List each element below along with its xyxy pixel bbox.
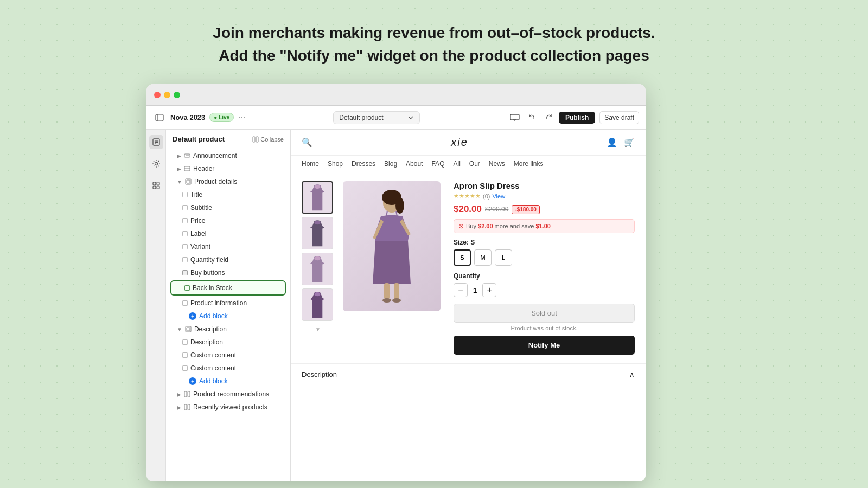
browser-window: Nova 2023 ● Live ··· Default product xyxy=(146,84,646,481)
svg-point-43 xyxy=(314,292,320,296)
svg-point-40 xyxy=(314,185,320,189)
panel-title: Default product xyxy=(173,135,225,143)
preview-panel: 🔍 xie 👤 🛒 Home Shop Dresses Blog About F… xyxy=(291,130,646,481)
save-draft-button[interactable]: Save draft xyxy=(599,111,639,124)
size-btn-l[interactable]: L xyxy=(495,249,512,266)
user-icon[interactable]: 👤 xyxy=(607,137,617,147)
menu-dresses[interactable]: Dresses xyxy=(352,160,375,168)
description-toggle-icon[interactable]: ∧ xyxy=(629,370,635,378)
svg-rect-37 xyxy=(188,391,190,397)
add-block-button-1[interactable]: + Add block xyxy=(166,310,290,323)
product-area: ▼ xyxy=(291,172,646,363)
sidebar-item-announcement[interactable]: ▶ Announcement xyxy=(166,149,290,162)
store-name: Nova 2023 xyxy=(170,113,205,121)
collapse-button[interactable]: Collapse xyxy=(252,136,284,143)
block-icon xyxy=(182,270,188,275)
expand-icon: ▶ xyxy=(177,166,181,172)
sidebar-item-buy-buttons[interactable]: Buy buttons xyxy=(166,266,290,279)
qty-increase-button[interactable]: + xyxy=(482,283,496,297)
svg-rect-38 xyxy=(184,404,187,410)
toolbar-menu-dots[interactable]: ··· xyxy=(238,113,245,123)
menu-shop[interactable]: Shop xyxy=(328,160,343,168)
live-badge: ● Live xyxy=(209,113,234,122)
view-link[interactable]: View xyxy=(492,193,505,200)
editor-toolbar: Nova 2023 ● Live ··· Default product xyxy=(146,106,646,130)
store-search-icon[interactable]: 🔍 xyxy=(302,137,312,147)
menu-about[interactable]: About xyxy=(406,160,423,168)
sidebar-item-product-details[interactable]: ▼ Product details xyxy=(166,175,290,188)
desktop-preview-icon[interactable] xyxy=(508,112,522,124)
description-block-icon xyxy=(185,326,192,332)
sidebar-item-variant[interactable]: Variant xyxy=(166,240,290,253)
out-of-stock-message: Product was out of stock. xyxy=(454,325,635,331)
sidebar-item-header[interactable]: ▶ Header xyxy=(166,162,290,175)
store-nav: 🔍 xie 👤 🛒 xyxy=(291,130,646,156)
sidebar-item-quantity[interactable]: Quantity field xyxy=(166,253,290,266)
description-section[interactable]: Description ∧ xyxy=(291,363,646,385)
svg-point-46 xyxy=(395,197,404,214)
error-icon: ⊗ xyxy=(458,222,464,230)
sidebar-icon-blocks[interactable] xyxy=(149,178,163,192)
menu-news[interactable]: News xyxy=(489,160,505,168)
traffic-light-red[interactable] xyxy=(154,92,161,98)
price-save-badge: -$180.00 xyxy=(512,205,539,214)
product-main-image xyxy=(343,181,441,311)
thumbnail-1[interactable] xyxy=(302,181,333,214)
menu-home[interactable]: Home xyxy=(302,160,319,168)
svg-point-42 xyxy=(314,256,320,260)
headline-line2: Add the "Notify me" widget on the produc… xyxy=(219,47,649,64)
store-logo: xie xyxy=(312,136,607,149)
menu-faq[interactable]: FAQ xyxy=(431,160,444,168)
header-block-icon xyxy=(184,165,190,172)
svg-point-52 xyxy=(392,298,401,303)
product-name: Apron Slip Dress xyxy=(454,181,635,190)
svg-rect-23 xyxy=(183,206,188,210)
sidebar-item-product-recommendations[interactable]: ▶ Product recommendations xyxy=(166,388,290,401)
sidebar-item-description-block[interactable]: Description xyxy=(166,336,290,349)
page-selector-label: Default product xyxy=(339,114,383,121)
menu-more-links[interactable]: More links xyxy=(514,160,544,168)
sidebar-icon-pages[interactable] xyxy=(149,135,163,149)
scroll-indicator: ▼ xyxy=(302,324,334,335)
thumbnail-4[interactable] xyxy=(302,288,333,321)
traffic-light-yellow[interactable] xyxy=(164,92,170,98)
add-block-button-2[interactable]: + Add block xyxy=(166,375,290,388)
qty-decrease-button[interactable]: − xyxy=(454,283,468,297)
announcement-block-icon xyxy=(184,152,190,159)
menu-all[interactable]: All xyxy=(453,160,460,168)
svg-rect-30 xyxy=(183,301,188,306)
block-icon xyxy=(182,365,188,371)
redo-icon[interactable] xyxy=(542,112,554,124)
size-btn-s[interactable]: S xyxy=(454,249,471,266)
svg-point-9 xyxy=(155,163,157,165)
sidebar-icon-customize[interactable] xyxy=(149,157,163,171)
size-btn-m[interactable]: M xyxy=(474,249,492,266)
publish-button[interactable]: Publish xyxy=(559,112,595,124)
thumbnail-3[interactable] xyxy=(302,253,333,285)
headline: Join merchants making revenue from out–o… xyxy=(0,22,868,67)
sidebar-item-title[interactable]: Title xyxy=(166,188,290,201)
sidebar-item-product-information[interactable]: Product information xyxy=(166,297,290,310)
sidebar-item-custom-content-1[interactable]: Custom content xyxy=(166,349,290,362)
sidebar-item-label[interactable]: Label xyxy=(166,227,290,240)
sidebar-item-subtitle[interactable]: Subtitle xyxy=(166,201,290,214)
page-selector[interactable]: Default product xyxy=(333,111,420,124)
back-icon[interactable] xyxy=(153,111,166,124)
price-current: $20.00 xyxy=(454,204,482,215)
sidebar-item-description[interactable]: ▼ Description xyxy=(166,323,290,336)
quantity-label: Quantity xyxy=(454,272,635,280)
traffic-light-green[interactable] xyxy=(174,92,180,98)
undo-icon[interactable] xyxy=(526,112,538,124)
svg-rect-36 xyxy=(184,391,187,397)
notify-me-button[interactable]: Notify Me xyxy=(454,336,635,355)
expand-icon: ▶ xyxy=(177,404,181,410)
sidebar-item-back-in-stock[interactable]: Back in Stock xyxy=(170,280,286,296)
sidebar-item-custom-content-2[interactable]: Custom content xyxy=(166,362,290,375)
menu-our[interactable]: Our xyxy=(469,160,480,168)
cart-icon[interactable]: 🛒 xyxy=(624,137,635,147)
sidebar-item-price[interactable]: Price xyxy=(166,214,290,227)
menu-blog[interactable]: Blog xyxy=(384,160,397,168)
product-price: $20.00 $200.00 -$180.00 xyxy=(454,204,635,215)
sidebar-item-recently-viewed[interactable]: ▶ Recently viewed products xyxy=(166,401,290,414)
thumbnail-2[interactable] xyxy=(302,217,333,249)
